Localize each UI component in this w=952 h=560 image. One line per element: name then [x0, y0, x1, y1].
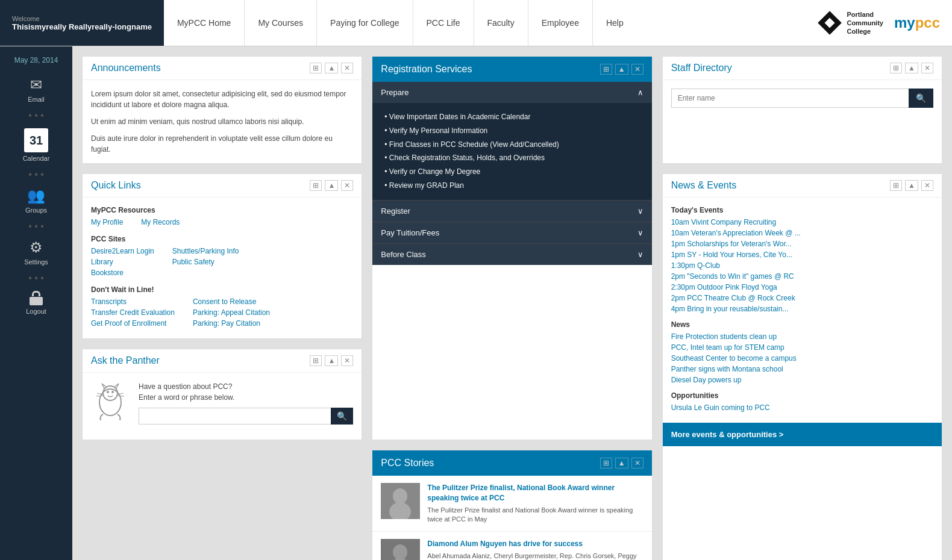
- news-item-5[interactable]: Diesel Day powers up: [671, 376, 933, 384]
- news-event-9[interactable]: 4pm Bring in your reusable/sustain...: [671, 305, 933, 313]
- reg-prepare-item-4: • Check Registration Status, Holds, and …: [384, 151, 639, 165]
- svg-line-7: [117, 396, 124, 396]
- news-event-2[interactable]: 10am Veteran's Appreciation Week @ ...: [671, 229, 933, 237]
- staff-search-input[interactable]: [671, 89, 909, 108]
- sidebar-item-email[interactable]: ✉ Email: [0, 72, 72, 108]
- sidebar-dots-1: • • •: [0, 108, 72, 123]
- announcements-controls: ⊞ ▲ ✕: [310, 63, 353, 73]
- quicklinks-shuttles[interactable]: Shuttles/Parking Info: [172, 247, 239, 255]
- news-item-1[interactable]: Fire Protection students clean up: [671, 332, 933, 341]
- reg-accordion-register-header[interactable]: Register ∨: [372, 201, 651, 222]
- nav-my-courses[interactable]: My Courses: [245, 0, 317, 46]
- news-item-2[interactable]: PCC, Intel team up for STEM camp: [671, 343, 933, 352]
- stories-close-icon[interactable]: ✕: [631, 458, 644, 468]
- before-class-chevron-icon: ∨: [637, 250, 644, 259]
- quicklinks-parking-pay[interactable]: Parking: Pay Citation: [193, 319, 270, 328]
- nav-faculty[interactable]: Faculty: [474, 0, 528, 46]
- news-up-icon[interactable]: ▲: [905, 180, 918, 191]
- quicklinks-up-icon[interactable]: ▲: [325, 180, 338, 191]
- quicklinks-widget: Quick Links ⊞ ▲ ✕ MyPCC Resources My Pro…: [82, 173, 362, 339]
- story-2-desc: Abel Ahumada Alaniz, Cheryl Burgermeiste…: [427, 552, 643, 560]
- announcements-close-icon[interactable]: ✕: [341, 63, 353, 73]
- news-grid-icon[interactable]: ⊞: [890, 180, 902, 191]
- sidebar-date: May 28, 2014: [14, 56, 58, 64]
- nav-help[interactable]: Help: [593, 0, 637, 46]
- news-event-7[interactable]: 2:30pm Outdoor Pink Floyd Yoga: [671, 283, 933, 291]
- quicklinks-d2l[interactable]: Desire2Learn Login: [91, 247, 154, 255]
- reg-accordion-before-class-header[interactable]: Before Class ∨: [372, 244, 651, 265]
- pay-chevron-icon: ∨: [637, 228, 644, 237]
- panther-grid-icon[interactable]: ⊞: [310, 355, 322, 366]
- story-1-link[interactable]: The Pulitzer Prize finalist, National Bo…: [427, 483, 643, 503]
- sidebar-dots-4: • • •: [0, 270, 72, 286]
- quicklinks-my-records[interactable]: My Records: [141, 218, 180, 226]
- username-display: Thisismyreally Reallyreally-longname: [12, 22, 152, 31]
- quicklinks-mypcc-title: MyPCC Resources: [91, 206, 353, 214]
- news-event-6[interactable]: 2pm "Seconds to Win it" games @ RC: [671, 272, 933, 281]
- nav-mypcc-home[interactable]: MyPCC Home: [164, 0, 245, 46]
- quicklinks-pccsites-title: PCC Sites: [91, 235, 353, 243]
- news-event-5[interactable]: 1:30pm Q-Club: [671, 261, 933, 270]
- panther-close-icon[interactable]: ✕: [341, 355, 353, 366]
- panther-text-line1: Have a question about PCC?: [139, 381, 353, 392]
- quicklinks-grid-icon[interactable]: ⊞: [310, 180, 322, 191]
- news-event-3[interactable]: 1pm Scholarships for Veteran's Wor...: [671, 240, 933, 248]
- reg-grid-icon[interactable]: ⊞: [600, 64, 612, 75]
- staff-close-icon[interactable]: ✕: [921, 63, 933, 73]
- quicklinks-transfer-credit[interactable]: Transfer Credit Evaluation: [91, 308, 175, 317]
- mypcc-logo: mypcc: [894, 14, 940, 31]
- nav-employee[interactable]: Employee: [528, 0, 593, 46]
- nav-paying-for-college[interactable]: Paying for College: [317, 0, 413, 46]
- news-event-1[interactable]: 10am Vivint Company Recruiting: [671, 218, 933, 226]
- announcements-grid-icon[interactable]: ⊞: [310, 63, 322, 73]
- register-chevron-icon: ∨: [637, 207, 644, 216]
- quicklinks-bookstore[interactable]: Bookstore: [91, 269, 154, 277]
- sidebar: May 28, 2014 ✉ Email • • • 31 Calendar •…: [0, 46, 72, 560]
- quicklinks-consent[interactable]: Consent to Release: [193, 297, 270, 306]
- quicklinks-public-safety[interactable]: Public Safety: [172, 258, 239, 266]
- stories-grid-icon[interactable]: ⊞: [600, 458, 612, 468]
- reg-accordion-pay: Pay Tuition/Fees ∨: [372, 222, 651, 244]
- sidebar-item-settings[interactable]: ⚙ Settings: [0, 234, 72, 270]
- nav-pcc-life[interactable]: PCC Life: [413, 0, 474, 46]
- sidebar-item-groups[interactable]: 👥 Groups: [0, 182, 72, 219]
- staff-up-icon[interactable]: ▲: [905, 63, 918, 73]
- news-item-4[interactable]: Panther signs with Montana school: [671, 365, 933, 373]
- announcements-widget: Announcements ⊞ ▲ ✕ Lorem ipsum dolor si…: [82, 56, 362, 164]
- quicklinks-close-icon[interactable]: ✕: [341, 180, 353, 191]
- news-event-4[interactable]: 1pm SY - Hold Your Horses, Cite Yo...: [671, 250, 933, 259]
- reg-up-icon[interactable]: ▲: [615, 64, 628, 75]
- news-close-icon[interactable]: ✕: [921, 180, 933, 191]
- quicklinks-my-profile[interactable]: My Profile: [91, 218, 123, 226]
- quicklinks-nowait-title: Don't Wait in Line!: [91, 285, 353, 294]
- story-2-link[interactable]: Diamond Alum Nguyen has drive for succes…: [427, 539, 643, 549]
- news-footer[interactable]: More events & opportunities >: [663, 423, 942, 446]
- quicklinks-transcripts[interactable]: Transcripts: [91, 297, 175, 306]
- panther-up-icon[interactable]: ▲: [325, 355, 338, 366]
- sidebar-item-logout[interactable]: Logout: [0, 286, 72, 320]
- announcements-para-3: Duis aute irure dolor in reprehenderit i…: [91, 133, 353, 155]
- announcements-up-icon[interactable]: ▲: [325, 63, 338, 73]
- news-event-8[interactable]: 2pm PCC Theatre Club @ Rock Creek: [671, 294, 933, 302]
- panther-search-input[interactable]: [139, 408, 331, 425]
- news-opp-1[interactable]: Ursula Le Guin coming to PCC: [671, 403, 933, 412]
- announcements-para-2: Ut enim ad minim veniam, quis nostrud ul…: [91, 116, 353, 127]
- sidebar-item-calendar[interactable]: 31 Calendar: [0, 123, 72, 167]
- reg-accordion-pay-header[interactable]: Pay Tuition/Fees ∨: [372, 222, 651, 243]
- reg-prepare-item-2: • Verify My Personal Information: [384, 124, 639, 138]
- news-item-3[interactable]: Southeast Center to become a campus: [671, 354, 933, 362]
- quicklinks-parking-appeal[interactable]: Parking: Appeal Citation: [193, 308, 270, 317]
- email-label: Email: [28, 96, 45, 103]
- svg-point-9: [393, 488, 407, 504]
- quicklinks-library[interactable]: Library: [91, 258, 154, 266]
- reg-close-icon[interactable]: ✕: [631, 64, 644, 75]
- staff-search-button[interactable]: 🔍: [909, 89, 933, 108]
- quicklinks-proof-enrollment[interactable]: Get Proof of Enrollment: [91, 319, 175, 328]
- panther-search-button[interactable]: 🔍: [331, 408, 353, 425]
- quicklinks-pccsites-section: PCC Sites Desire2Learn Login Library Boo…: [91, 235, 353, 279]
- stories-up-icon[interactable]: ▲: [615, 458, 628, 468]
- sidebar-dots-2: • • •: [0, 167, 72, 182]
- staff-grid-icon[interactable]: ⊞: [890, 63, 902, 73]
- reg-accordion-prepare-header[interactable]: Prepare ∧: [372, 82, 651, 103]
- brand-area: Welcome Thisismyreally Reallyreally-long…: [0, 0, 164, 46]
